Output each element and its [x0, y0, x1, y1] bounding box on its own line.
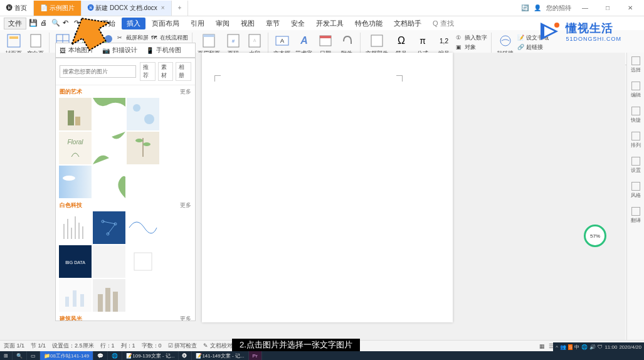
image-thumb[interactable]: [93, 211, 125, 244]
phone-button[interactable]: 📱手机传图: [146, 46, 181, 55]
ribbon-r2[interactable]: 🔗超链接: [517, 43, 549, 51]
view-layout-icon[interactable]: ▦: [539, 343, 545, 349]
taskbar-wechat[interactable]: 💬: [93, 351, 108, 360]
taskbar-pr[interactable]: Pr: [249, 351, 262, 360]
tab-home[interactable]: 🅦 首页: [0, 1, 34, 16]
tray-people-icon[interactable]: 👥: [560, 344, 566, 350]
update-icon[interactable]: 🔄: [521, 4, 529, 11]
wps-icon: 🅦: [6, 4, 13, 11]
menu-ref[interactable]: 引用: [186, 18, 209, 29]
svg-point-34: [144, 114, 154, 124]
status-docfix[interactable]: ✎ 文档校对: [203, 342, 233, 350]
tray-up-icon[interactable]: ^: [556, 344, 558, 350]
image-thumb[interactable]: [127, 132, 159, 164]
document-page[interactable]: [202, 53, 453, 322]
image-thumb[interactable]: [93, 98, 125, 130]
search-button[interactable]: 🔍: [13, 351, 27, 360]
tab-home-label: 首页: [14, 4, 27, 13]
progress-percent: 57%: [590, 233, 600, 239]
rs-settings-label: 设置: [631, 167, 641, 174]
taskbar-browser[interactable]: 🌐: [108, 351, 122, 360]
tutorial-arrow-icon: [68, 16, 112, 54]
taskbar-note1[interactable]: 📝 109-139文案 - 记...: [122, 351, 179, 360]
menu-dev[interactable]: 开发工具: [311, 18, 349, 29]
ribbon-online-flow[interactable]: 🗺在线流程图: [151, 34, 188, 42]
menu-insert[interactable]: 插入: [122, 18, 145, 29]
rs-settings[interactable]: 设置: [630, 157, 642, 176]
menu-feature[interactable]: 特色功能: [350, 18, 388, 29]
rs-arrange[interactable]: 排列: [630, 132, 642, 151]
ribbon-c2[interactable]: ▣对象: [456, 43, 487, 51]
start-button[interactable]: ⊞: [0, 351, 13, 360]
section-arch-more[interactable]: 更多: [180, 315, 191, 321]
image-thumb[interactable]: [59, 166, 92, 198]
status-position: 设置值：2.5厘米: [52, 342, 94, 350]
tab-doc2[interactable]: 🅦 新建 DOCX 文档.docx×: [82, 1, 172, 16]
search-input[interactable]: [60, 65, 136, 78]
svg-rect-52: [93, 211, 125, 244]
taskbar-note2[interactable]: 📝 141-149文案 - 记...: [192, 351, 248, 360]
tray-shield-icon[interactable]: 🛡: [598, 344, 603, 350]
svg-rect-35: [59, 132, 92, 164]
new-tab-button[interactable]: +: [172, 1, 189, 16]
taskbar-folder[interactable]: 📁 08工作站141-149: [40, 351, 93, 360]
system-tray: ^ 👥 S 中 🌐 🔊 🛡 11:00 2020/4/20: [553, 342, 644, 351]
menu-view[interactable]: 视图: [236, 18, 260, 29]
panel-tab-recommend[interactable]: 推荐: [140, 62, 156, 81]
ribbon-c1[interactable]: ①插入数字: [456, 34, 487, 42]
image-thumb[interactable]: [127, 245, 159, 278]
close-icon[interactable]: ×: [161, 4, 165, 11]
tray-time[interactable]: 11:00: [604, 344, 617, 350]
menu-security[interactable]: 安全: [286, 18, 310, 29]
tray-vol-icon[interactable]: 🔊: [589, 344, 596, 350]
section-tech-more[interactable]: 更多: [180, 201, 191, 209]
tutorial-caption: 2.点击图片并选择一张文字图片: [232, 339, 360, 351]
svg-point-101: [554, 23, 559, 28]
menu-pagelayout[interactable]: 页面布局: [147, 18, 184, 29]
rs-edit[interactable]: 编辑: [630, 82, 642, 100]
ribbon-screenshot-label: 截屏和屏: [126, 34, 149, 42]
menu-helper[interactable]: 文档助手: [389, 18, 426, 29]
file-menu[interactable]: 文件: [4, 18, 26, 29]
rs-style[interactable]: 风格: [630, 182, 642, 201]
status-spell[interactable]: ☑ 拼写检查: [168, 342, 198, 350]
panel-tab-album[interactable]: 相册: [176, 62, 191, 81]
image-thumb[interactable]: [93, 279, 125, 312]
tray-sogou-icon[interactable]: S: [568, 344, 573, 350]
taskbar-wps[interactable]: 🅦: [179, 351, 192, 360]
tab-doc1[interactable]: 📄 示例图片: [34, 1, 82, 16]
tab-doc1-label: 示例图片: [50, 4, 75, 13]
image-thumb[interactable]: [127, 98, 159, 130]
tray-ime-icon[interactable]: 中: [574, 344, 579, 351]
minimize-button[interactable]: —: [576, 2, 594, 14]
object-icon: ▣: [456, 44, 463, 51]
progress-indicator[interactable]: 57%: [584, 225, 606, 247]
tray-net-icon[interactable]: 🌐: [581, 344, 588, 350]
ribbon-screenshot[interactable]: ✂截屏和屏: [117, 34, 149, 42]
rs-quick[interactable]: 快捷: [630, 107, 642, 125]
svg-rect-67: [80, 294, 84, 307]
save-icon[interactable]: 💾: [29, 19, 38, 28]
print-icon[interactable]: 🖨: [40, 19, 49, 28]
image-thumb[interactable]: [127, 211, 159, 244]
section-art-more[interactable]: 更多: [180, 88, 191, 96]
menu-section[interactable]: 章节: [261, 18, 285, 29]
rs-select[interactable]: 选择: [630, 56, 642, 75]
menu-search[interactable]: Q 查找: [428, 18, 459, 29]
image-thumb[interactable]: [93, 245, 125, 278]
menu-review[interactable]: 审阅: [211, 18, 235, 29]
image-thumb[interactable]: BIG DATA: [59, 245, 92, 278]
image-thumb[interactable]: [93, 132, 125, 164]
taskview-button[interactable]: ▭: [27, 351, 40, 360]
image-thumb[interactable]: Floral: [59, 132, 92, 164]
panel-tab-material[interactable]: 素材: [158, 62, 174, 81]
image-thumb[interactable]: [59, 211, 92, 244]
image-thumb[interactable]: [93, 166, 125, 198]
rs-translate[interactable]: 翻译: [630, 207, 642, 226]
maximize-button[interactable]: □: [599, 2, 616, 14]
image-thumb[interactable]: [59, 279, 92, 312]
image-thumb[interactable]: [59, 98, 92, 130]
user-avatar-icon[interactable]: 👤: [534, 4, 541, 11]
preview-icon[interactable]: 🔍: [51, 19, 60, 28]
close-button[interactable]: ✕: [621, 2, 639, 14]
